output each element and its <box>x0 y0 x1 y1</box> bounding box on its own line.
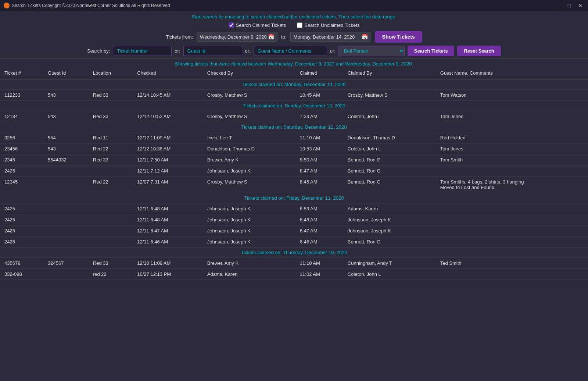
title-bar-controls: — □ ✕ <box>554 1 584 10</box>
table-row[interactable]: 332-098red 2210/27 12:13 PMAdams, Karen1… <box>0 269 588 280</box>
table-cell: 12/12 10:36 AM <box>133 143 203 154</box>
table-cell: Red 33 <box>89 111 133 122</box>
table-cell: 12/11 7:50 AM <box>133 154 203 165</box>
table-cell: 11:02 AM <box>295 269 343 280</box>
table-cell: Bennett, Ron G <box>343 154 436 165</box>
table-row[interactable]: 242512/11 6:48 AMJohnsaon, Joseph K6:53 … <box>0 203 588 214</box>
table-cell: Tom Jones <box>436 143 588 154</box>
guest-name-input[interactable] <box>254 46 327 56</box>
table-cell: Coleton, John L <box>343 269 436 280</box>
search-claimed-checkbox-label[interactable]: Search Claimed Tickets <box>229 22 286 28</box>
table-cell: Crosby, Matthew S <box>203 111 295 122</box>
table-cell: Johnsaon, Joseph K <box>203 236 295 248</box>
table-cell: Coleton, John L <box>343 143 436 154</box>
minimize-button[interactable]: — <box>554 1 562 10</box>
app-title: Search Tickets Copyright ©2020 Northwest… <box>12 3 170 8</box>
group-header-cell: Tickets claimed on: Sunday, December 13,… <box>0 101 588 111</box>
search-by-label: Search by: <box>87 48 110 54</box>
table-row[interactable]: 242512/11 6:46 AMJohnsaon, Joseph K6:46 … <box>0 236 588 248</box>
table-cell: Red 33 <box>89 154 133 165</box>
table-cell: 8:47 AM <box>295 165 343 177</box>
table-cell: Tom Smith <box>436 154 588 165</box>
close-button[interactable]: ✕ <box>576 1 584 10</box>
table-cell: Johnsaon, Joseph K <box>203 214 295 225</box>
toolbar-area: Start search by choosing to search claim… <box>0 11 588 59</box>
table-cell <box>89 225 133 236</box>
table-cell: 2425 <box>0 203 43 214</box>
group-header-row: Tickets claimed on: Saturday, December 1… <box>0 122 588 132</box>
table-cell: 6:48 AM <box>295 214 343 225</box>
table-cell <box>43 177 89 193</box>
col-checked-by: Checked By <box>203 67 295 79</box>
or-text-1: or: <box>175 48 180 54</box>
hint-text: Start search by choosing to search claim… <box>7 14 581 19</box>
table-row[interactable]: 242512/11 7:12 AMJohnsaon, Joseph K8:47 … <box>0 165 588 177</box>
table-row[interactable]: 242512/11 6:47 AMJohnsaon, Joseph K6:47 … <box>0 225 588 236</box>
or-text-2: or: <box>245 48 251 54</box>
table-cell: 7:33 AM <box>295 111 343 122</box>
table-cell: 543 <box>43 143 89 154</box>
table-row[interactable]: 3256554Red 1112/12 11:09 AMIrwin, Lee T1… <box>0 132 588 143</box>
ticket-number-input[interactable] <box>113 46 172 56</box>
table-cell: 6:47 AM <box>295 225 343 236</box>
col-ticket: Ticket # <box>0 67 43 79</box>
search-unclaimed-label: Search Unclaimed Tickets <box>304 22 359 28</box>
table-cell: Brewer, Amy K <box>203 258 295 269</box>
bell-person-select[interactable]: Bell Person <box>338 46 405 56</box>
group-header-cell: Tickets claimed on: Thursday, December 1… <box>0 248 588 258</box>
search-unclaimed-checkbox-label[interactable]: Search Unclaimed Tickets <box>297 22 359 28</box>
table-row[interactable]: 12134543Red 3312/12 10:52 AMCrosby, Matt… <box>0 111 588 122</box>
calendar-to-icon[interactable]: 📅 <box>362 34 368 40</box>
table-row[interactable]: 23456543Red 2212/12 10:36 AMDonaldson, T… <box>0 143 588 154</box>
table-cell: Crosby, Matthew S <box>203 90 295 101</box>
table-cell: Cunningham, Andy T <box>343 258 436 269</box>
tickets-table: Ticket # Guest Id Location Checked Check… <box>0 67 588 280</box>
table-row[interactable]: 435678324567Red 3312/10 11:09 AMBrewer, … <box>0 258 588 269</box>
table-body: Tickets claimed on: Monday, December 14,… <box>0 79 588 280</box>
tickets-from-input[interactable]: Wednesday, December 9, 2020 📅 <box>197 32 277 42</box>
guest-id-input[interactable] <box>183 46 242 56</box>
table-cell: 23456 <box>0 143 43 154</box>
table-row[interactable]: 242512/11 6:48 AMJohnsaon, Joseph K6:48 … <box>0 214 588 225</box>
table-container[interactable]: Ticket # Guest Id Location Checked Check… <box>0 67 588 367</box>
table-row[interactable]: 23455544332Red 3312/11 7:50 AMBrewer, Am… <box>0 154 588 165</box>
table-cell: 12/12 10:52 AM <box>133 111 203 122</box>
search-claimed-checkbox[interactable] <box>229 22 234 28</box>
table-cell <box>89 165 133 177</box>
title-bar: Search Tickets Copyright ©2020 Northwest… <box>0 0 588 11</box>
table-cell: Johnsaon, Joseph K <box>343 225 436 236</box>
table-cell: 5544332 <box>43 154 89 165</box>
table-cell: Adams, Karen <box>343 203 436 214</box>
table-cell <box>436 225 588 236</box>
calendar-from-icon[interactable]: 📅 <box>268 34 274 40</box>
table-cell <box>43 225 89 236</box>
maximize-button[interactable]: □ <box>565 1 573 10</box>
or-text-3: or: <box>330 48 336 54</box>
table-cell: Red 22 <box>89 177 133 193</box>
table-cell: Red 22 <box>89 143 133 154</box>
table-row[interactable]: 112233543Red 3312/14 10:45 AMCrosby, Mat… <box>0 90 588 101</box>
reset-search-button[interactable]: Reset Search <box>457 46 501 56</box>
table-cell <box>43 203 89 214</box>
tickets-to-value: Monday, December 14, 2020 <box>294 34 355 40</box>
table-header: Ticket # Guest Id Location Checked Check… <box>0 67 588 79</box>
table-cell: Johnsaon, Joseph K <box>203 225 295 236</box>
group-header-row: Tickets claimed on: Thursday, December 1… <box>0 248 588 258</box>
table-cell: 12/11 6:46 AM <box>133 236 203 248</box>
table-cell <box>43 165 89 177</box>
table-cell: Tom Jones <box>436 111 588 122</box>
tickets-to-input[interactable]: Monday, December 14, 2020 📅 <box>290 32 371 42</box>
table-row[interactable]: 12345Red 2212/07 7:31 AMCrosby, Matthew … <box>0 177 588 193</box>
show-tickets-button[interactable]: Show Tickets <box>375 31 422 43</box>
table-cell: 11:10 AM <box>295 132 343 143</box>
table-cell: Ted Smith <box>436 258 588 269</box>
table-cell: Bennett, Ron G <box>343 165 436 177</box>
search-unclaimed-checkbox[interactable] <box>297 22 302 28</box>
table-cell: 12/11 6:48 AM <box>133 214 203 225</box>
table-cell: Johnsaon, Joseph K <box>203 203 295 214</box>
table-cell: 2425 <box>0 165 43 177</box>
col-comments: Guest Name, Comments <box>436 67 588 79</box>
table-cell: 10:45 AM <box>295 90 343 101</box>
search-tickets-button[interactable]: Search Tickets <box>408 46 455 56</box>
table-cell: Tom Watson <box>436 90 588 101</box>
